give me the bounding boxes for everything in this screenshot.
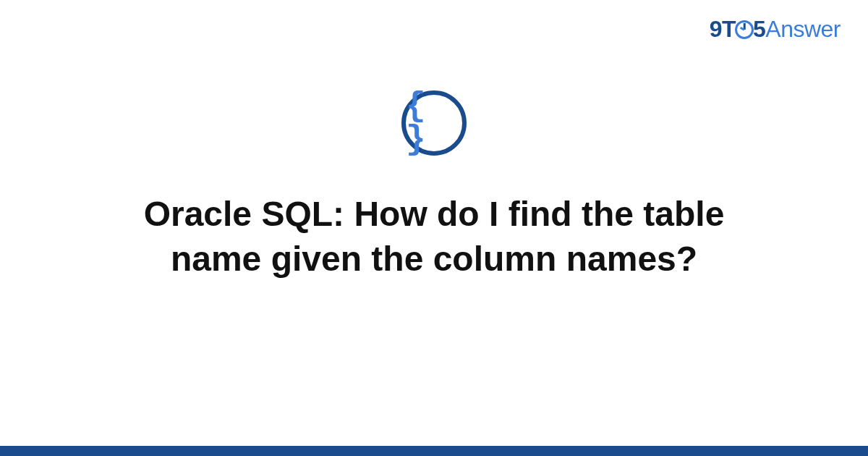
category-icon-circle: { } [401, 90, 467, 156]
clock-icon [735, 20, 754, 39]
code-braces-icon: { } [406, 90, 462, 156]
question-title: Oracle SQL: How do I find the table name… [101, 192, 767, 282]
logo-t: T [722, 16, 736, 42]
main-content: { } Oracle SQL: How do I find the table … [0, 90, 868, 282]
logo-nine: 9 [710, 16, 722, 42]
logo-five: 5 [753, 16, 765, 42]
footer-accent-bar [0, 446, 868, 456]
logo-answer: Answer [765, 16, 841, 42]
site-logo: 9T5Answer [710, 16, 841, 43]
